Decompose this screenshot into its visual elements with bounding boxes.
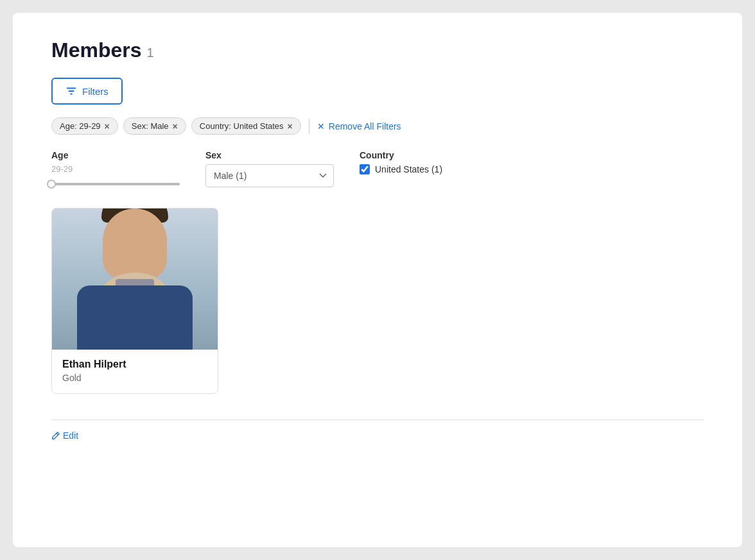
sex-filter-label: Sex — [205, 150, 334, 160]
page-header: Members 1 — [51, 38, 704, 62]
member-card-1[interactable]: Ethan Hilpert Gold — [51, 208, 218, 394]
filter-tag-sex: Sex: Male × — [123, 117, 186, 135]
country-item-us: United States (1) — [360, 164, 442, 174]
country-checkbox-us[interactable] — [360, 164, 370, 174]
sex-select[interactable]: Male (1) Female Other — [205, 164, 334, 187]
filter-tag-sex-close[interactable]: × — [173, 122, 178, 131]
member-count: 1 — [147, 46, 154, 60]
filter-tag-sex-label: Sex: Male — [132, 121, 169, 131]
age-slider-track — [51, 183, 180, 185]
filter-tag-country-close[interactable]: × — [288, 122, 293, 131]
page-divider — [51, 420, 704, 420]
person-illustration — [52, 208, 218, 350]
member-name-1: Ethan Hilpert — [62, 359, 207, 370]
person-head — [103, 208, 167, 279]
filter-controls: Age 29-29 Sex Male (1) Female Other Coun… — [51, 150, 704, 187]
filter-group-sex: Sex Male (1) Female Other — [205, 150, 334, 187]
remove-all-icon: ✕ — [317, 121, 325, 132]
filter-tag-country: Country: United States × — [191, 117, 301, 135]
members-grid: Ethan Hilpert Gold — [51, 208, 704, 394]
age-filter-label: Age — [51, 150, 180, 160]
filters-button-label: Filters — [82, 86, 108, 97]
edit-link[interactable]: Edit — [51, 430, 704, 441]
country-item-us-label: United States (1) — [375, 164, 442, 174]
age-slider-thumb[interactable] — [47, 180, 56, 189]
filters-button[interactable]: Filters — [51, 78, 123, 105]
filter-group-country: Country United States (1) — [360, 150, 442, 174]
remove-all-label: Remove All Filters — [329, 121, 401, 132]
edit-icon — [51, 431, 60, 440]
country-filter-label: Country — [360, 150, 442, 160]
filter-divider — [309, 119, 309, 134]
page-title: Members — [51, 38, 142, 62]
filter-tag-country-label: Country: United States — [200, 121, 284, 131]
member-tier-1: Gold — [62, 373, 207, 383]
member-info-1: Ethan Hilpert Gold — [52, 350, 218, 393]
filter-icon — [65, 85, 77, 97]
page-container: Members 1 Filters Age: 29-29 × Sex: Male… — [13, 13, 742, 547]
age-slider-fill — [51, 183, 180, 185]
age-range-text: 29-29 — [51, 164, 180, 174]
member-photo-1 — [52, 208, 218, 350]
person-body — [77, 285, 193, 350]
filter-group-age: Age 29-29 — [51, 150, 180, 185]
filter-tags-row: Age: 29-29 × Sex: Male × Country: United… — [51, 117, 704, 135]
filter-tag-age: Age: 29-29 × — [51, 117, 118, 135]
filter-tag-age-label: Age: 29-29 — [60, 121, 101, 131]
edit-label: Edit — [63, 430, 78, 441]
remove-all-filters-button[interactable]: ✕ Remove All Filters — [317, 121, 401, 132]
filter-tag-age-close[interactable]: × — [105, 122, 110, 131]
